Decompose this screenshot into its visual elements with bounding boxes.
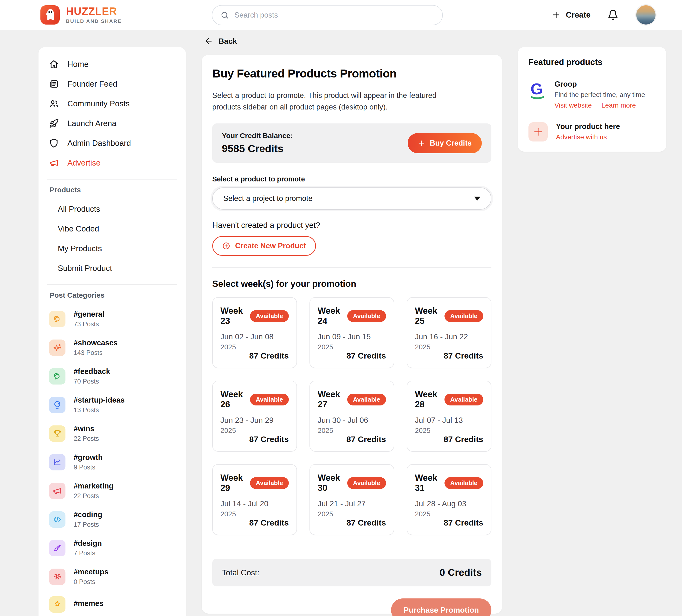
nav-label: Community Posts (67, 99, 130, 108)
week-card-23[interactable]: Week 23Available Jun 02 - Jun 08 2025 87… (212, 297, 297, 368)
sidebar-item-vibe-coded[interactable]: Vibe Coded (49, 219, 175, 239)
status-badge: Available (347, 477, 386, 489)
category-name: #meetups (74, 568, 109, 576)
week-card-25[interactable]: Week 25Available Jun 16 - Jun 22 2025 87… (407, 297, 492, 368)
shield-icon (49, 138, 59, 148)
huzzler-logo[interactable]: HUZZLER BUILD AND SHARE (41, 5, 122, 25)
smile-icon (49, 596, 65, 613)
featured-product-name: Groop (554, 80, 645, 89)
left-sidebar: Home Founder Feed Community Posts Launch… (39, 47, 186, 616)
notifications-bell-icon[interactable] (607, 9, 618, 20)
category-marketing[interactable]: #marketing 22 Posts (49, 482, 175, 500)
create-button[interactable]: Create (551, 10, 591, 20)
sidebar-item-community-posts[interactable]: Community Posts (49, 94, 175, 114)
week-name: Week 31 (415, 473, 440, 493)
visit-website-link[interactable]: Visit website (554, 101, 592, 109)
page-description: Select a product to promote. This produc… (212, 90, 462, 113)
user-avatar[interactable] (635, 4, 657, 25)
products-section-header: Products (50, 186, 175, 194)
search-bar[interactable] (212, 5, 443, 25)
trophy-icon (49, 426, 65, 442)
featured-product-tagline: Find the perfect time, any time (554, 91, 645, 99)
status-badge: Available (445, 477, 483, 489)
users-group-icon (49, 569, 65, 585)
category-general[interactable]: #general 73 Posts (49, 310, 175, 328)
buy-credits-label: Buy Credits (430, 139, 472, 147)
nav-label: Submit Product (58, 264, 112, 273)
credit-balance-label: Your Credit Balance: (222, 132, 293, 140)
home-icon (49, 60, 59, 69)
week-credits: 87 Credits (318, 518, 386, 527)
sidebar-item-admin-dashboard[interactable]: Admin Dashboard (49, 133, 175, 153)
sidebar-item-founder-feed[interactable]: Founder Feed (49, 74, 175, 94)
week-card-29[interactable]: Week 29Available Jul 14 - Jul 20 2025 87… (212, 464, 297, 535)
week-credits: 87 Credits (318, 435, 386, 444)
week-year: 2025 (415, 427, 483, 435)
category-count: 17 Posts (74, 521, 102, 528)
week-name: Week 25 (415, 306, 440, 326)
category-name: #design (74, 539, 102, 548)
page-title: Buy Featured Products Promotion (212, 67, 492, 80)
credit-balance-value: 9585 Credits (222, 143, 293, 155)
sidebar-item-launch-arena[interactable]: Launch Arena (49, 114, 175, 133)
week-dates: Jul 21 - Jul 27 (318, 499, 386, 508)
advertise-with-us-link[interactable]: Advertise with us (556, 133, 607, 141)
lightbulb-icon (49, 397, 65, 413)
featured-product-groop[interactable]: G Groop Find the perfect time, any time … (528, 80, 656, 109)
purchase-promotion-button[interactable]: Purchase Promotion (391, 598, 492, 616)
nav-label: Vibe Coded (58, 224, 99, 233)
advertise-slot[interactable]: Your product here Advertise with us (528, 122, 656, 141)
category-design[interactable]: #design 7 Posts (49, 539, 175, 557)
sidebar-item-my-products[interactable]: My Products (49, 239, 175, 258)
category-count: 13 Posts (74, 406, 124, 414)
nav-label: Launch Arena (67, 119, 116, 128)
week-card-24[interactable]: Week 24Available Jun 09 - Jun 15 2025 87… (310, 297, 394, 368)
nav-label: Home (67, 60, 89, 69)
category-feedback[interactable]: #feedback 70 Posts (49, 367, 175, 385)
sidebar-item-home[interactable]: Home (49, 54, 175, 74)
learn-more-link[interactable]: Learn more (601, 101, 636, 109)
week-card-28[interactable]: Week 28Available Jul 07 - Jul 13 2025 87… (407, 381, 492, 452)
sidebar-item-all-products[interactable]: All Products (49, 199, 175, 219)
category-name: #showcases (74, 339, 118, 347)
search-input[interactable] (234, 11, 434, 20)
create-new-product-button[interactable]: Create New Product (212, 236, 316, 256)
category-name: #marketing (74, 482, 113, 490)
category-coding[interactable]: #coding 17 Posts (49, 510, 175, 528)
week-card-26[interactable]: Week 26Available Jun 23 - Jun 29 2025 87… (212, 381, 297, 452)
plus-circle-icon (222, 242, 230, 250)
newspaper-icon (49, 79, 59, 89)
week-dates: Jun 09 - Jun 15 (318, 332, 386, 341)
week-card-31[interactable]: Week 31Available Jul 28 - Aug 03 2025 87… (407, 464, 492, 535)
line-chart-icon (49, 454, 65, 471)
category-growth[interactable]: #growth 9 Posts (49, 453, 175, 471)
product-select-value: Select a project to promote (223, 194, 312, 203)
product-select[interactable]: Select a project to promote (212, 187, 492, 210)
status-badge: Available (445, 310, 483, 322)
category-showcases[interactable]: #showcases 143 Posts (49, 339, 175, 357)
category-startup-ideas[interactable]: #startup-ideas 13 Posts (49, 396, 175, 414)
huzzler-ghost-icon (41, 5, 60, 25)
week-card-27[interactable]: Week 27Available Jun 30 - Jul 06 2025 87… (310, 381, 394, 452)
total-cost-box: Total Cost: 0 Credits (212, 559, 492, 587)
back-button[interactable]: Back (204, 37, 237, 46)
buy-credits-button[interactable]: Buy Credits (408, 133, 482, 153)
sidebar-item-advertise[interactable]: Advertise (49, 153, 175, 173)
status-badge: Available (347, 394, 386, 406)
category-name: #growth (74, 453, 103, 462)
week-name: Week 24 (318, 306, 342, 326)
divider (212, 547, 492, 547)
logo-title: HUZZLER (66, 6, 122, 17)
week-name: Week 28 (415, 389, 440, 410)
sparkles-icon (49, 340, 65, 356)
category-meetups[interactable]: #meetups 0 Posts (49, 568, 175, 586)
week-year: 2025 (318, 343, 386, 351)
category-name: #coding (74, 510, 102, 519)
category-memes[interactable]: #memes (49, 596, 175, 613)
search-icon (221, 11, 229, 20)
week-card-30[interactable]: Week 30Available Jul 21 - Jul 27 2025 87… (310, 464, 394, 535)
category-wins[interactable]: #wins 22 Posts (49, 425, 175, 442)
top-header: HUZZLER BUILD AND SHARE Create (0, 0, 682, 30)
sidebar-item-submit-product[interactable]: Submit Product (49, 258, 175, 278)
week-year: 2025 (415, 343, 483, 351)
